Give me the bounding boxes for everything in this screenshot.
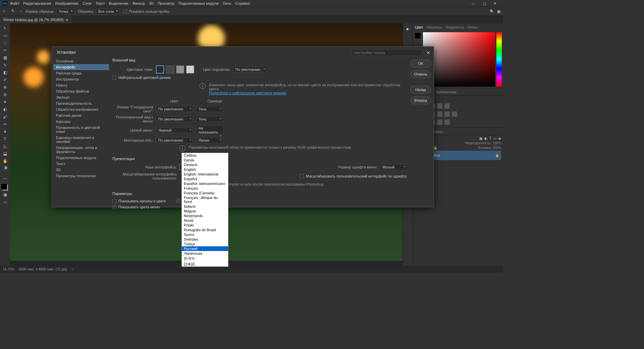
sidebar-item-scratch[interactable]: Рабочие диски: [53, 112, 109, 118]
opacity-value[interactable]: 100%: [492, 141, 501, 145]
menu-3d[interactable]: 3D: [149, 1, 154, 5]
search-input[interactable]: [352, 49, 422, 56]
sample-ring-checkbox[interactable]: [123, 10, 127, 13]
sidebar-item-3d[interactable]: 3D: [53, 167, 109, 173]
theme-swatch-light[interactable]: [176, 65, 184, 73]
panel-expand-icon[interactable]: ▸: [403, 23, 413, 34]
scale-checkbox[interactable]: [300, 174, 304, 178]
sidebar-item-cursors[interactable]: Курсоры: [53, 118, 109, 124]
sidebar-item-imageprocessing[interactable]: Обработка изображения: [53, 106, 109, 112]
tool-heal[interactable]: ◧: [1, 69, 9, 76]
menucolors-checkbox[interactable]: [112, 205, 116, 209]
theme-swatch-dark[interactable]: [166, 65, 174, 73]
tool-crop[interactable]: ✂: [1, 47, 9, 54]
tool-hand[interactable]: ✋: [1, 158, 9, 164]
lang-option[interactable]: English: [182, 167, 228, 172]
lang-option[interactable]: Suomi: [182, 232, 228, 237]
menu-file[interactable]: Файл: [10, 1, 19, 5]
sidebar-item-tech[interactable]: Просмотры технологии: [53, 173, 109, 179]
menu-layers[interactable]: Слои: [83, 1, 92, 5]
lang-option[interactable]: Español: latinoamericano: [182, 181, 228, 186]
lang-option[interactable]: Español: [182, 177, 228, 181]
tab-color[interactable]: Цвет: [415, 25, 423, 29]
hue-strip[interactable]: [496, 32, 502, 87]
tool-pen[interactable]: ●: [1, 128, 9, 135]
sidebar-item-workspace[interactable]: Рабочая среда: [53, 70, 109, 76]
sidebar-item-history[interactable]: History: [53, 82, 109, 88]
search-icon[interactable]: 🔍: [490, 9, 494, 14]
menu-help[interactable]: Справка: [235, 1, 250, 5]
tool-gradient[interactable]: ◐: [1, 106, 9, 113]
tool-blur[interactable]: 🖌: [1, 113, 9, 120]
full-border-dropdown[interactable]: Не показывать: [196, 125, 223, 135]
lang-option[interactable]: Nederlands: [182, 213, 228, 218]
adj-exposure-icon[interactable]: [437, 103, 442, 109]
standard-border-dropdown[interactable]: Тень: [196, 106, 223, 112]
tool-shape[interactable]: ⬓: [1, 150, 9, 157]
lang-option[interactable]: Français: [182, 186, 228, 191]
adj-gradmap-icon[interactable]: [437, 119, 442, 125]
document-tab[interactable]: Winter Holiday.jpg @ 24,7% (RGB/8) ✕: [0, 16, 72, 23]
lang-option[interactable]: Français : Afrique du Nord: [182, 195, 228, 204]
sidebar-item-text[interactable]: Текст: [53, 161, 109, 167]
doc-info[interactable]: 6008 пикс. x 4008 пикс. (72 ppi): [19, 267, 67, 271]
menu-edit[interactable]: Редактирование: [23, 1, 51, 5]
sidebar-item-interface[interactable]: Интерфейс: [53, 64, 109, 70]
ok-button[interactable]: OK: [410, 59, 431, 67]
back-button[interactable]: Назад: [410, 86, 431, 94]
workspace-icon[interactable]: ▦: [497, 9, 500, 14]
sidebar-item-tools[interactable]: Инструменты: [53, 76, 109, 82]
menu-view[interactable]: Просмотр: [158, 1, 174, 5]
tool-stamp[interactable]: ⊕: [1, 84, 9, 91]
menu-select[interactable]: Выделение: [109, 1, 128, 5]
sidebar-item-performance[interactable]: Производительность: [53, 100, 109, 106]
layer-filter4-icon[interactable]: ▭: [493, 137, 496, 140]
dialog-search[interactable]: [352, 49, 422, 56]
lang-option[interactable]: 日本語: [182, 261, 228, 267]
fullmenu-border-dropdown[interactable]: Тень: [196, 116, 223, 122]
sidebar-item-guides[interactable]: Направляющие, сетка и фрагменты: [53, 145, 109, 155]
lang-option[interactable]: 한국어: [182, 256, 228, 261]
theme-swatch-lightest[interactable]: [186, 65, 194, 73]
fontsize-dropdown[interactable]: Малый: [380, 164, 407, 170]
tool-dodge[interactable]: ✏: [1, 121, 9, 128]
tool-path[interactable]: ◺: [1, 143, 9, 150]
lang-option[interactable]: Deutsch: [182, 162, 228, 167]
status-arrow-icon[interactable]: ›: [72, 267, 73, 271]
tab-close-icon[interactable]: ✕: [66, 18, 68, 22]
lang-option[interactable]: Українська: [182, 251, 228, 256]
tool-move[interactable]: ↖: [1, 25, 9, 32]
neutral-link[interactable]: Подробнее о нейтральном цветовом режиме: [209, 91, 407, 95]
dialog-close-icon[interactable]: ✕: [426, 50, 430, 55]
lang-option[interactable]: Čeština: [182, 153, 228, 158]
artboard-border-dropdown[interactable]: Линия: [196, 137, 223, 143]
lang-option[interactable]: Français (Canada): [182, 191, 228, 195]
tab-libraries[interactable]: Библиотеки: [436, 90, 457, 94]
adj-lookup-icon[interactable]: [452, 111, 457, 117]
sidebar-item-units[interactable]: Единицы измерения и линейки: [53, 135, 109, 145]
fill-value[interactable]: 100%: [492, 146, 501, 150]
lang-option[interactable]: Dansk: [182, 158, 228, 162]
lang-option[interactable]: Italiano: [182, 204, 228, 209]
layer-filter2-icon[interactable]: ◐: [484, 137, 487, 140]
maximize-icon[interactable]: ▢: [483, 1, 486, 6]
adj-selective-icon[interactable]: [444, 119, 450, 125]
artboard-color-dropdown[interactable]: По умолчанию: [156, 137, 193, 143]
menu-filter[interactable]: Фильтр: [132, 1, 145, 5]
full-color-dropdown[interactable]: Черный: [156, 127, 193, 133]
minimize-icon[interactable]: —: [472, 1, 475, 6]
layer-filter3-icon[interactable]: T: [489, 137, 491, 140]
cancel-button[interactable]: Отмена: [410, 70, 431, 78]
lang-option[interactable]: Türkçe: [182, 242, 228, 246]
forward-button[interactable]: Вперед: [410, 96, 431, 104]
adj-photo-icon[interactable]: [437, 111, 442, 117]
sample-size-dropdown[interactable]: Точка: [56, 8, 74, 14]
close-icon[interactable]: ✕: [493, 1, 496, 6]
dynamic-checkbox[interactable]: [176, 199, 180, 203]
lang-option-selected[interactable]: Русский: [182, 246, 228, 251]
zoom-value[interactable]: 24,72%: [3, 267, 14, 271]
tab-swatches[interactable]: Образцы: [427, 25, 442, 29]
tab-gradients[interactable]: Градиенты: [445, 25, 464, 29]
tool-marquee[interactable]: ▭: [1, 32, 9, 39]
layer-filter5-icon[interactable]: ◈: [498, 137, 501, 140]
